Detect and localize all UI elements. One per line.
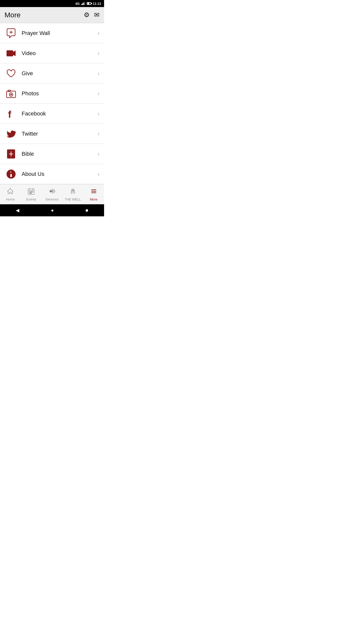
android-back-button[interactable]: ◀ — [16, 208, 19, 213]
give-chevron: › — [98, 70, 100, 77]
video-chevron: › — [98, 50, 100, 57]
about-us-label: About Us — [22, 171, 98, 177]
events-nav-label: Events — [26, 197, 36, 201]
android-home-button[interactable]: ● — [51, 208, 54, 213]
twitter-label: Twitter — [22, 131, 98, 137]
mail-icon[interactable]: ✉ — [94, 11, 100, 19]
facebook-icon: f — [5, 109, 18, 119]
battery-icon — [87, 2, 91, 5]
menu-item-bible[interactable]: Bible › — [0, 144, 104, 164]
header-actions: ⚙ ✉ — [84, 11, 100, 19]
sermons-nav-icon — [49, 188, 56, 196]
photos-chevron: › — [98, 90, 100, 97]
nav-item-more[interactable]: More — [83, 184, 104, 204]
header: More ⚙ ✉ — [0, 7, 104, 23]
svg-rect-2 — [83, 3, 84, 5]
svg-rect-27 — [29, 193, 30, 194]
svg-rect-30 — [91, 189, 96, 190]
svg-rect-1 — [82, 3, 83, 5]
prayer-wall-chevron: › — [98, 30, 100, 37]
the-well-nav-label: THE WELL — [65, 197, 81, 201]
android-nav-bar: ◀ ● ■ — [0, 204, 104, 216]
svg-rect-28 — [31, 193, 32, 194]
home-nav-icon — [7, 188, 14, 196]
svg-text:f: f — [8, 109, 11, 119]
svg-rect-0 — [81, 4, 82, 5]
about-us-chevron: › — [98, 171, 100, 178]
svg-marker-7 — [13, 51, 16, 56]
svg-rect-26 — [32, 191, 33, 192]
give-icon — [5, 68, 18, 78]
bible-chevron: › — [98, 150, 100, 157]
status-bar: 4G 11:13 — [0, 0, 104, 7]
svg-text:i: i — [10, 170, 11, 174]
svg-rect-25 — [31, 191, 32, 192]
events-nav-icon — [28, 188, 35, 196]
time-display: 11:13 — [93, 2, 101, 6]
photos-label: Photos — [22, 90, 98, 97]
network-indicator: 4G — [75, 2, 79, 6]
svg-rect-3 — [84, 2, 85, 5]
more-nav-icon — [90, 188, 97, 196]
facebook-chevron: › — [98, 110, 100, 117]
photos-icon — [5, 89, 18, 99]
menu-list: Prayer Wall › Video › Give › — [0, 23, 104, 184]
nav-item-the-well[interactable]: THE WELL — [62, 184, 83, 204]
signal-icon — [81, 2, 85, 5]
page-title: More — [5, 11, 21, 19]
svg-rect-31 — [91, 191, 96, 192]
prayer-wall-icon — [5, 28, 18, 38]
video-icon — [5, 48, 18, 58]
home-nav-label: Home — [6, 197, 15, 201]
twitter-chevron: › — [98, 130, 100, 137]
svg-rect-32 — [91, 192, 96, 193]
android-recent-button[interactable]: ■ — [85, 208, 88, 213]
bible-icon — [5, 149, 18, 159]
menu-item-photos[interactable]: Photos › — [0, 84, 104, 104]
video-label: Video — [22, 50, 98, 57]
menu-item-twitter[interactable]: Twitter › — [0, 124, 104, 144]
svg-rect-18 — [10, 174, 12, 177]
svg-rect-6 — [7, 50, 13, 56]
give-label: Give — [22, 70, 98, 77]
svg-point-11 — [10, 94, 12, 95]
twitter-icon — [5, 129, 18, 139]
menu-item-video[interactable]: Video › — [0, 43, 104, 63]
settings-icon[interactable]: ⚙ — [84, 11, 89, 19]
about-us-icon: i — [5, 169, 18, 179]
sermons-nav-label: Sermons — [46, 197, 59, 201]
menu-item-give[interactable]: Give › — [0, 63, 104, 84]
nav-item-home[interactable]: Home — [0, 184, 21, 204]
svg-rect-24 — [29, 191, 30, 192]
bible-label: Bible — [22, 151, 98, 157]
menu-item-facebook[interactable]: f Facebook › — [0, 104, 104, 124]
bottom-navigation: Home Events Sermons — [0, 184, 104, 204]
the-well-nav-icon — [69, 188, 76, 196]
nav-item-events[interactable]: Events — [21, 184, 42, 204]
nav-item-sermons[interactable]: Sermons — [42, 184, 63, 204]
menu-item-about-us[interactable]: i About Us › — [0, 164, 104, 184]
menu-item-prayer-wall[interactable]: Prayer Wall › — [0, 23, 104, 43]
facebook-label: Facebook — [22, 110, 98, 117]
prayer-wall-label: Prayer Wall — [22, 30, 98, 36]
more-nav-label: More — [90, 197, 98, 201]
